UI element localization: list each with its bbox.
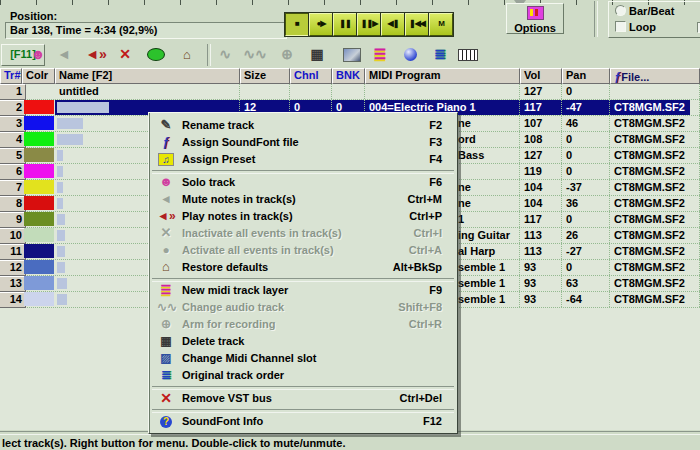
menu-item-assign-preset[interactable]: ♫Assign PresetF4: [150, 151, 456, 168]
menu-item-label: Assign Preset: [182, 153, 255, 165]
menu-item-solo-track[interactable]: ☻Solo trackF6: [150, 174, 456, 191]
menu-item-assign-soundfont-file[interactable]: ƒAssign SoundFont fileF3: [150, 134, 456, 151]
menu-item-label: Rename track: [182, 119, 254, 131]
track-color-swatch[interactable]: [24, 100, 54, 114]
track-color-swatch[interactable]: [24, 164, 54, 178]
track-color-swatch[interactable]: [24, 228, 54, 242]
track-color-swatch[interactable]: [24, 292, 54, 306]
column-header-size[interactable]: Size: [240, 68, 290, 84]
delete-track-icon[interactable]: ▦: [305, 45, 329, 65]
track-number-button[interactable]: 14: [0, 292, 26, 308]
piano-icon[interactable]: [456, 45, 480, 65]
menu-item-label: Mute notes in track(s): [182, 193, 296, 205]
track-number-button[interactable]: 3: [0, 116, 26, 132]
pause-button[interactable]: ❚❚: [333, 13, 357, 36]
column-header-bnk[interactable]: BNK: [332, 68, 365, 84]
menu-item-play-notes-in-track-s[interactable]: ◄»Play notes in track(s)Ctrl+P: [150, 208, 456, 225]
tools-icon: [527, 6, 544, 20]
menu-item-label: Assign SoundFont file: [182, 136, 299, 148]
column-header-vol[interactable]: Vol: [520, 68, 562, 84]
options-button[interactable]: Options: [506, 3, 564, 34]
rewind-button[interactable]: ❚◀◀: [405, 13, 429, 36]
pan-cell: -27: [562, 244, 610, 259]
track-number-button[interactable]: 5: [0, 148, 26, 164]
position-field[interactable]: Bar 138, Time = 4:34 (92,9%): [5, 22, 287, 39]
checkbox-icon[interactable]: [615, 21, 626, 32]
column-header-midiprogram[interactable]: MIDI Program: [365, 68, 520, 84]
track-color-swatch[interactable]: [24, 132, 54, 146]
track-color-swatch[interactable]: [24, 116, 54, 130]
track-number-button[interactable]: 8: [0, 196, 26, 212]
track-number-button[interactable]: 9: [0, 212, 26, 228]
track-color-swatch[interactable]: [24, 212, 54, 226]
menu-item-soundfont-info[interactable]: ?SoundFont InfoF12: [150, 413, 456, 430]
track-number-button[interactable]: 13: [0, 276, 26, 292]
inactivate-icon: ✕: [161, 225, 172, 240]
menu-item-remove-vst-bus[interactable]: ✕Remove VST busCtrl+Del: [150, 390, 456, 407]
channel-slot-icon: ▨: [160, 351, 171, 365]
activate-icon[interactable]: [144, 45, 168, 65]
wave-view-icon[interactable]: ∿∿: [243, 45, 267, 65]
play-speaker-icon[interactable]: ◄»: [84, 45, 108, 65]
track-color-swatch[interactable]: [24, 180, 54, 194]
track-color-swatch[interactable]: [24, 244, 54, 258]
menu-item-delete-track[interactable]: ▦Delete track: [150, 333, 456, 350]
loop-checkbox[interactable]: Loop: [615, 21, 656, 33]
pan-cell: 46: [562, 116, 610, 131]
table-row[interactable]: 1untitled1270: [0, 84, 700, 100]
pan-cell: -64: [562, 292, 610, 307]
track-color-swatch[interactable]: [24, 196, 54, 210]
menu-item-new-midi-track-layer[interactable]: ☰New midi track layerF9: [150, 282, 456, 299]
radio-icon[interactable]: [615, 5, 626, 16]
track-color-swatch[interactable]: [24, 84, 54, 98]
track-number-button[interactable]: 12: [0, 260, 26, 276]
play-button[interactable]: ●▶: [309, 13, 333, 36]
stop-button[interactable]: ■: [285, 13, 309, 36]
file-cell: CT8MGM.SF2: [610, 260, 700, 275]
menu-item-shortcut: F9: [429, 282, 442, 298]
menu-item-label: Remove VST bus: [182, 392, 272, 404]
bar-beat-radio[interactable]: Bar/Beat: [615, 5, 674, 17]
channel-slot-icon[interactable]: [340, 45, 364, 65]
track-number-button[interactable]: 6: [0, 164, 26, 180]
menu-item-label: Inactivate all events in track(s): [182, 227, 342, 239]
status-bar: lect track(s). Right button for menu. Do…: [0, 436, 700, 450]
column-header-pan[interactable]: Pan: [562, 68, 610, 84]
inactivate-icon[interactable]: ✕: [113, 45, 137, 65]
restore-defaults-icon[interactable]: ⌂: [175, 45, 199, 65]
record-arm-icon[interactable]: ⊕: [275, 45, 299, 65]
track-color-swatch[interactable]: [24, 148, 54, 162]
track-number-button[interactable]: 1: [0, 84, 26, 100]
track-number-button[interactable]: 11: [0, 244, 26, 260]
solo-track-icon[interactable]: ☻: [26, 45, 50, 65]
column-header-file[interactable]: ƒFile...: [610, 68, 700, 84]
menu-item-original-track-order[interactable]: ≣Original track order: [150, 367, 456, 384]
column-header-chnl[interactable]: Chnl: [290, 68, 332, 84]
menu-item-label: Change audio track: [182, 301, 284, 313]
column-header-tr[interactable]: Tr#: [0, 68, 22, 84]
track-order-icon[interactable]: ≣: [428, 45, 452, 65]
track-number-button[interactable]: 7: [0, 180, 26, 196]
synthfont-track-window: Position: Bar 138, Time = 4:34 (92,9%) ■…: [0, 0, 700, 450]
menu-item-mute-notes-in-track-s[interactable]: ◄Mute notes in track(s)Ctrl+M: [150, 191, 456, 208]
track-color-swatch[interactable]: [24, 260, 54, 274]
track-number-button[interactable]: 10: [0, 228, 26, 244]
marker-button[interactable]: M: [429, 13, 453, 36]
size-cell: [240, 84, 290, 99]
channel-slot-icon: ▨: [157, 351, 175, 365]
column-header-colr[interactable]: Colr: [22, 68, 55, 84]
track-number-button[interactable]: 2: [0, 100, 26, 116]
track-color-swatch[interactable]: [24, 276, 54, 290]
column-header-namef2[interactable]: Name [F2]: [55, 68, 240, 84]
file-cell: CT8MGM.SF2: [610, 196, 700, 211]
track-number-button[interactable]: 4: [0, 132, 26, 148]
fast-forward-button[interactable]: ❚❚▶: [357, 13, 381, 36]
step-back-button[interactable]: ◀❚: [381, 13, 405, 36]
mute-speaker-icon[interactable]: ◄: [52, 45, 76, 65]
soundfont-sphere-icon[interactable]: [398, 45, 422, 65]
menu-item-change-midi-channel-slot[interactable]: ▨Change Midi Channel slot: [150, 350, 456, 367]
menu-item-rename-track[interactable]: ✎Rename trackF2: [150, 117, 456, 134]
track-layer-icon[interactable]: ☰: [368, 45, 392, 65]
wave-edit-icon[interactable]: ∿: [213, 45, 237, 65]
menu-item-restore-defaults[interactable]: ⌂Restore defaultsAlt+BkSp: [150, 259, 456, 276]
